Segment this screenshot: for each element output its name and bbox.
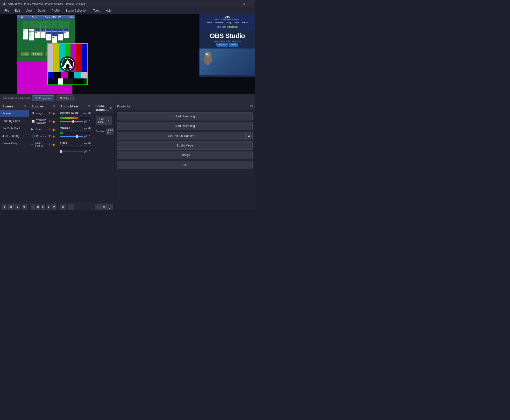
exit-button[interactable]: Exit bbox=[117, 161, 253, 169]
menu-docks[interactable]: Docks bbox=[35, 8, 48, 13]
source-lock-icon[interactable]: 🔒 bbox=[52, 112, 55, 115]
source-visible-icon[interactable]: 👁 bbox=[48, 112, 51, 115]
remove-transition-btn[interactable]: 🗑 bbox=[101, 204, 107, 210]
add-scene-button[interactable]: + bbox=[2, 204, 7, 210]
video-menu-btn[interactable]: ⋮ bbox=[88, 150, 91, 153]
video-audio-fader[interactable] bbox=[60, 151, 83, 152]
desktop-audio-menu-btn[interactable]: ⋮ bbox=[88, 120, 91, 123]
source-settings-button[interactable]: ⚙ bbox=[42, 204, 46, 210]
filters-button[interactable]: ▦ Filters bbox=[56, 95, 74, 101]
duration-input[interactable]: 3000 ms bbox=[106, 128, 114, 135]
menu-help[interactable]: Help bbox=[103, 8, 114, 13]
add-transition-btn[interactable]: + bbox=[95, 204, 101, 210]
source-lock-icon[interactable]: 🔒 bbox=[52, 143, 55, 146]
menu-file[interactable]: File bbox=[2, 8, 11, 13]
source-item-image[interactable]: 🖼 Image 👁 🔒 bbox=[29, 110, 58, 117]
sources-popout-btn[interactable]: ⧉ bbox=[53, 104, 55, 108]
no-source-text: No source selected bbox=[3, 96, 30, 100]
scene-item-game-only[interactable]: Game Only bbox=[0, 140, 29, 147]
window-title: OBS 28.0.0 (64-bit, windows) - Profile: … bbox=[8, 2, 85, 5]
menu-view[interactable]: View bbox=[23, 8, 34, 13]
desktop-audio-mute-btn[interactable]: 🔊 bbox=[84, 120, 87, 123]
move-scene-down-button[interactable]: ▼ bbox=[22, 204, 27, 210]
mic-aux-mute-btn[interactable]: 🔊 bbox=[84, 135, 87, 138]
menu-profile[interactable]: Profile bbox=[49, 8, 62, 13]
transition-type-select[interactable]: Luma Wipe ⇕ bbox=[96, 116, 112, 125]
desktop-audio-fader-handle[interactable] bbox=[72, 120, 74, 123]
move-source-down-button[interactable]: ▼ bbox=[52, 204, 56, 210]
start-streaming-button[interactable]: Start Streaming bbox=[117, 112, 253, 120]
source-visible-icon[interactable]: 👁 bbox=[48, 128, 51, 131]
transition-settings-btn[interactable]: ⋮ bbox=[107, 204, 113, 210]
macos-download-btn[interactable]: macOS bbox=[216, 43, 228, 47]
remove-scene-button[interactable]: 🗑 bbox=[8, 204, 14, 210]
audio-settings-btn[interactable]: ⚙ bbox=[60, 204, 66, 210]
linux-download-btn[interactable]: Linux bbox=[229, 43, 238, 47]
obs-web-help: Help bbox=[234, 21, 239, 24]
scene-item-just-chatting[interactable]: Just Chatting bbox=[0, 132, 29, 140]
audio-popout-btn[interactable]: ⧉ bbox=[88, 104, 90, 108]
obs-website-image bbox=[199, 49, 255, 75]
add-source-button[interactable]: + bbox=[31, 204, 35, 210]
source-lock-icon[interactable]: 🔒 bbox=[52, 128, 55, 131]
meter-scale: -60-50-40-30-20-100 bbox=[60, 115, 91, 117]
controls-popout-btn[interactable]: ⧉ bbox=[251, 104, 253, 108]
title-bar: OBS 28.0.0 (64-bit, windows) - Profile: … bbox=[0, 0, 255, 7]
source-visible-icon[interactable]: 👁 bbox=[48, 120, 51, 123]
sol-new-btn[interactable]: + New bbox=[21, 52, 30, 56]
mic-aux-fader[interactable] bbox=[60, 136, 83, 137]
source-item-color-source[interactable]: ✏ Color Source 👁 🔒 bbox=[29, 140, 58, 149]
obs-web-blog: Blog bbox=[227, 21, 232, 24]
scene-item-be-right-back[interactable]: Be Right Back bbox=[0, 125, 29, 132]
source-lock-icon[interactable]: 🔒 bbox=[52, 120, 55, 123]
audio-menu-btn[interactable]: ⋮ bbox=[68, 204, 74, 210]
video-audio-label: Video bbox=[60, 141, 67, 144]
menu-scene-collection[interactable]: Scene Collection bbox=[63, 8, 90, 13]
transitions-popout-btn[interactable]: ⧉ bbox=[110, 106, 112, 110]
desktop-audio-label: Desktop Audio bbox=[60, 111, 78, 114]
move-scene-up-button[interactable]: ▲ bbox=[15, 204, 20, 210]
studio-mode-button[interactable]: Studio Mode bbox=[117, 142, 253, 150]
desktop-audio-channel: Desktop Audio -12.0 dB -60-50-40-30-20-1… bbox=[58, 110, 93, 125]
settings-button[interactable]: Settings bbox=[117, 151, 253, 159]
desktop-audio-db: -12.0 dB bbox=[82, 112, 91, 114]
properties-button[interactable]: ⚙ Properties bbox=[32, 95, 54, 101]
mic-aux-meter bbox=[60, 132, 91, 134]
start-virtual-camera-button[interactable]: Start Virtual Camera bbox=[117, 132, 246, 140]
start-recording-button[interactable]: Start Recording bbox=[117, 122, 253, 130]
scenes-panel: Scenes ⧉ Scene Starting Soon Be Right Ba… bbox=[0, 103, 29, 210]
obs-hero-title: OBS Studio bbox=[201, 32, 253, 40]
mic-aux-channel: Mic/Aux 0.0 dB -60-50-40-30-20-100 bbox=[58, 125, 93, 140]
menu-tools[interactable]: Tools bbox=[91, 8, 102, 13]
source-item-video[interactable]: ▶ Video 👁 🔒 bbox=[29, 126, 58, 133]
scene-item-scene[interactable]: Scene bbox=[0, 110, 29, 117]
source-visible-icon[interactable]: 👁 bbox=[48, 143, 51, 146]
maximize-button[interactable]: □ bbox=[241, 1, 246, 6]
source-visible-icon[interactable]: 👁 bbox=[48, 135, 51, 138]
move-source-up-button[interactable]: ▲ bbox=[47, 204, 51, 210]
sources-list: 🖼 Image 👁 🔒 🪟 Window Capture 👁 bbox=[29, 110, 58, 202]
desktop-audio-fader[interactable] bbox=[60, 121, 83, 122]
video-mute-btn[interactable]: 🔊 bbox=[84, 150, 87, 153]
scenes-footer: + 🗑 ▲ ▼ bbox=[0, 202, 29, 210]
mic-aux-label: Mic/Aux bbox=[60, 126, 70, 129]
scene-item-starting-soon[interactable]: Starting Soon bbox=[0, 117, 29, 125]
sol-options-btn[interactable]: ⚙ Options bbox=[31, 52, 44, 56]
menu-edit[interactable]: Edit bbox=[12, 8, 22, 13]
sources-footer: + 🗑 ⚙ ▲ ▼ bbox=[29, 202, 58, 210]
source-item-window-capture[interactable]: 🪟 Window Capture 👁 🔒 bbox=[29, 117, 58, 126]
remove-source-button[interactable]: 🗑 bbox=[36, 204, 40, 210]
source-item-browser[interactable]: 🌐 Browser 👁 🔒 bbox=[29, 133, 58, 140]
browser-source-icon: 🌐 bbox=[31, 135, 35, 138]
source-lock-icon[interactable]: 🔒 bbox=[52, 135, 55, 138]
mic-aux-menu-btn[interactable]: ⋮ bbox=[88, 135, 91, 138]
minimize-button[interactable]: ─ bbox=[235, 1, 240, 6]
meter-scale-mic: -60-50-40-30-20-100 bbox=[60, 130, 91, 132]
virtual-camera-settings-button[interactable]: ⚙ bbox=[246, 132, 253, 140]
mic-aux-fader-handle[interactable] bbox=[76, 135, 78, 138]
filters-icon: ▦ bbox=[60, 97, 62, 100]
mic-aux-db: 0.0 dB bbox=[84, 127, 91, 129]
video-fader-handle[interactable] bbox=[60, 150, 62, 153]
scenes-popout-btn[interactable]: ⧉ bbox=[24, 104, 26, 108]
close-button[interactable]: ✕ bbox=[247, 1, 253, 6]
